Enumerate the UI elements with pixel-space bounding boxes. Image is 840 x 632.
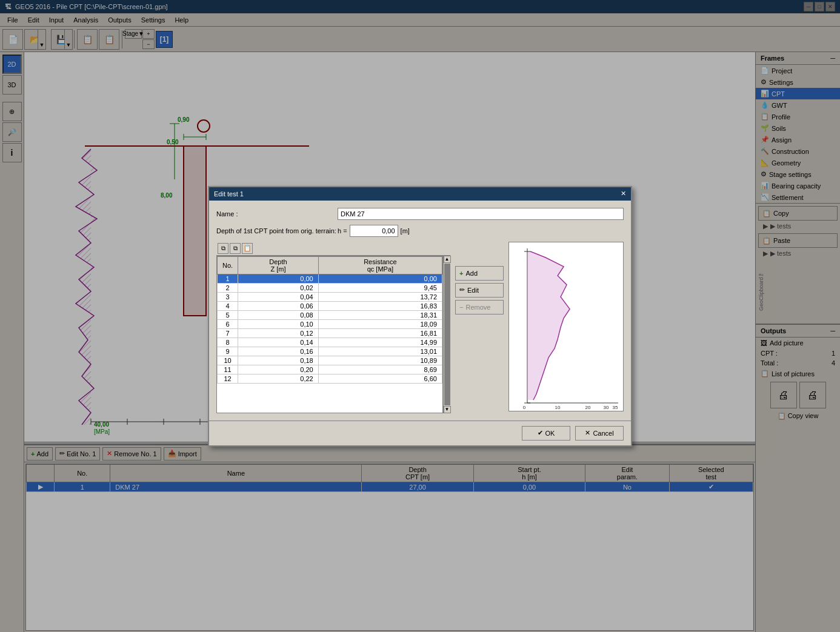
svg-text:10: 10 xyxy=(555,405,561,410)
svg-rect-23 xyxy=(509,242,624,411)
modal-row-resistance: 13,01 xyxy=(318,347,442,356)
modal-row-resistance: 18,09 xyxy=(318,319,442,328)
scroll-up-button[interactable]: ▲ xyxy=(444,256,451,263)
modal-footer: ✔ OK ✕ Cancel xyxy=(209,421,631,445)
modal-titlebar: Edit test 1 ✕ xyxy=(209,187,631,201)
modal-row-resistance: 16,83 xyxy=(318,301,442,310)
table-copy-icon-2[interactable]: ⧉ xyxy=(230,243,241,254)
modal-add-button[interactable]: + Add xyxy=(455,266,504,281)
modal-preview-chart: 0 10 20 30 35 [MPa] xyxy=(508,242,624,411)
modal-add-label: Add xyxy=(465,270,478,277)
edit-test-modal: Edit test 1 ✕ Name : Depth of 1st CPT po… xyxy=(208,186,632,447)
modal-row-depth: 0,08 xyxy=(238,310,319,319)
modal-table-row[interactable]: 1 0,00 0,00 xyxy=(218,274,442,283)
modal-row-resistance: 16,81 xyxy=(318,328,442,338)
modal-table-container: No. DepthZ [m] Resistanceqc [MPa] 1 0,00… xyxy=(216,256,443,413)
modal-table-section: ⧉ ⧉ 📋 No. DepthZ [m] Resistan xyxy=(216,242,450,413)
modal-table-row[interactable]: 10 0,18 10,89 xyxy=(218,356,442,365)
modal-table-row[interactable]: 11 0,20 8,69 xyxy=(218,365,442,374)
modal-row-depth: 0,14 xyxy=(238,338,319,347)
name-input[interactable] xyxy=(338,208,624,220)
modal-row-resistance: 18,31 xyxy=(318,310,442,319)
modal-ok-button[interactable]: ✔ OK xyxy=(522,426,570,441)
modal-row-no: 8 xyxy=(218,338,238,347)
modal-table-area: ⧉ ⧉ 📋 No. DepthZ [m] Resistan xyxy=(216,242,624,413)
ok-label: OK xyxy=(545,430,555,437)
modal-row-depth: 0,22 xyxy=(238,374,319,383)
modal-remove-button[interactable]: − Remove xyxy=(455,300,504,314)
depth-label: Depth of 1st CPT point from orig. terrai… xyxy=(216,227,338,235)
modal-row-depth: 0,06 xyxy=(238,301,319,310)
modal-side-buttons: + Add ✏ Edit − Remove xyxy=(455,242,504,413)
modal-table-row[interactable]: 6 0,10 18,09 xyxy=(218,319,442,328)
modal-row-no: 9 xyxy=(218,347,238,356)
modal-remove-label: Remove xyxy=(465,304,490,311)
modal-table-row[interactable]: 5 0,08 18,31 xyxy=(218,310,442,319)
modal-scrollbar[interactable]: ▲ ▼ xyxy=(443,256,450,413)
modal-row-resistance: 8,69 xyxy=(318,365,442,374)
modal-table-row[interactable]: 8 0,14 14,99 xyxy=(218,338,442,347)
svg-text:20: 20 xyxy=(585,405,591,410)
modal-edit-label: Edit xyxy=(467,287,479,294)
depth-row: Depth of 1st CPT point from orig. terrai… xyxy=(216,225,624,237)
modal-overlay: Edit test 1 ✕ Name : Depth of 1st CPT po… xyxy=(0,0,840,632)
svg-text:0: 0 xyxy=(523,405,526,410)
modal-title: Edit test 1 xyxy=(214,190,244,198)
modal-edit-icon: ✏ xyxy=(459,286,465,294)
table-icon-row: ⧉ ⧉ 📋 xyxy=(216,242,450,256)
modal-data-table: No. DepthZ [m] Resistanceqc [MPa] 1 0,00… xyxy=(217,256,442,384)
cancel-label: Cancel xyxy=(593,430,613,437)
modal-row-resistance: 10,89 xyxy=(318,356,442,365)
modal-col-resistance-header: Resistanceqc [MPa] xyxy=(318,256,442,274)
svg-text:35: 35 xyxy=(613,405,618,410)
name-row: Name : xyxy=(216,208,624,220)
modal-close-icon[interactable]: ✕ xyxy=(621,190,626,198)
scroll-down-button[interactable]: ▼ xyxy=(444,406,451,413)
modal-table-row[interactable]: 7 0,12 16,81 xyxy=(218,328,442,338)
modal-row-depth: 0,20 xyxy=(238,365,319,374)
modal-table-row[interactable]: 4 0,06 16,83 xyxy=(218,301,442,310)
svg-text:[MPa]: [MPa] xyxy=(564,411,576,411)
modal-row-resistance: 6,60 xyxy=(318,374,442,383)
modal-row-no: 10 xyxy=(218,356,238,365)
modal-edit-button[interactable]: ✏ Edit xyxy=(455,283,504,298)
cancel-icon: ✕ xyxy=(585,429,590,437)
modal-row-depth: 0,10 xyxy=(238,319,319,328)
modal-table-row[interactable]: 9 0,16 13,01 xyxy=(218,347,442,356)
modal-row-no: 11 xyxy=(218,365,238,374)
table-copy-icon-1[interactable]: ⧉ xyxy=(218,243,228,254)
modal-row-no: 12 xyxy=(218,374,238,383)
modal-row-no: 7 xyxy=(218,328,238,338)
modal-content: Name : Depth of 1st CPT point from orig.… xyxy=(209,201,631,421)
modal-cancel-button[interactable]: ✕ Cancel xyxy=(575,426,624,441)
modal-row-depth: 0,18 xyxy=(238,356,319,365)
modal-row-resistance: 0,00 xyxy=(318,274,442,283)
modal-row-depth: 0,04 xyxy=(238,292,319,301)
modal-row-resistance: 9,45 xyxy=(318,283,442,292)
modal-row-no: 3 xyxy=(218,292,238,301)
modal-table-row[interactable]: 12 0,22 6,60 xyxy=(218,374,442,383)
modal-row-depth: 0,00 xyxy=(238,274,319,283)
ok-icon: ✔ xyxy=(538,429,543,437)
modal-row-no: 2 xyxy=(218,283,238,292)
modal-row-depth: 0,16 xyxy=(238,347,319,356)
modal-table-with-scroll: No. DepthZ [m] Resistanceqc [MPa] 1 0,00… xyxy=(216,256,450,413)
modal-add-icon: + xyxy=(459,270,463,277)
modal-table-row[interactable]: 3 0,04 13,72 xyxy=(218,292,442,301)
table-paste-icon[interactable]: 📋 xyxy=(242,243,253,254)
modal-col-no: No. xyxy=(218,256,238,274)
modal-row-resistance: 13,72 xyxy=(318,292,442,301)
modal-row-no: 4 xyxy=(218,301,238,310)
svg-text:30: 30 xyxy=(604,405,609,410)
h-input[interactable] xyxy=(350,225,398,237)
modal-col-depth-header: DepthZ [m] xyxy=(238,256,319,274)
h-label: h = xyxy=(338,227,347,235)
modal-table-row[interactable]: 2 0,02 9,45 xyxy=(218,283,442,292)
modal-row-depth: 0,12 xyxy=(238,328,319,338)
modal-remove-icon: − xyxy=(459,304,463,311)
modal-row-depth: 0,02 xyxy=(238,283,319,292)
modal-row-no: 6 xyxy=(218,319,238,328)
scroll-thumb[interactable] xyxy=(444,264,450,405)
h-unit: [m] xyxy=(401,227,410,235)
modal-row-no: 5 xyxy=(218,310,238,319)
